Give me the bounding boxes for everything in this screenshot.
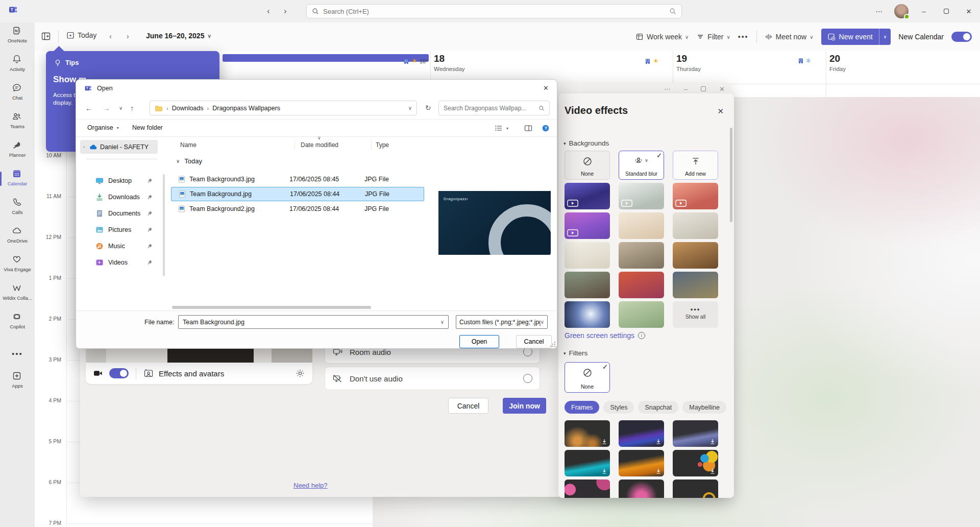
nav-item-videos[interactable]: Videos	[80, 256, 158, 269]
no-audio-option[interactable]: Don't use audio	[325, 367, 540, 390]
sidebar-item-apps[interactable]: Apps	[0, 371, 35, 389]
frame-thumbnail[interactable]	[565, 450, 610, 476]
up-icon[interactable]: ↑	[130, 104, 134, 112]
join-now-button[interactable]: Join now	[503, 398, 546, 414]
background-thumbnail[interactable]	[673, 242, 718, 269]
sidebar-item-calendar[interactable]: Calendar	[0, 169, 35, 186]
background-thumbnail[interactable]	[619, 301, 664, 328]
effects-avatars-label[interactable]: Effects and avatars	[159, 369, 224, 378]
next-week-icon[interactable]: ›	[127, 32, 129, 40]
close-button[interactable]: ✕	[958, 0, 980, 22]
view-mode-button[interactable]: ▾	[495, 124, 508, 132]
sidebar-item-chat[interactable]: Chat	[0, 83, 35, 101]
preview-pane-button[interactable]	[524, 124, 532, 132]
window-close-icon[interactable]: ✕	[719, 85, 725, 93]
file-row[interactable]: Team Background2.jpg 17/06/2025 08:44 JP…	[171, 202, 424, 216]
chevron-down-icon[interactable]: ∨	[645, 158, 648, 163]
file-name-combobox[interactable]: ∨	[178, 315, 449, 329]
background-thumbnail[interactable]	[565, 212, 610, 239]
recent-locations-icon[interactable]: ∨	[119, 105, 122, 111]
horizontal-scrollbar[interactable]	[172, 306, 371, 309]
new-event-dropdown[interactable]: ∨	[879, 29, 891, 45]
green-screen-settings-link[interactable]: Green screen settings i	[565, 331, 645, 340]
background-thumbnail[interactable]	[673, 183, 718, 209]
need-help-link[interactable]: Need help?	[293, 482, 328, 489]
day-header-friday[interactable]: 20 Friday	[829, 53, 846, 72]
sidebar-item-teams[interactable]: Teams	[0, 111, 35, 129]
day-header-thursday[interactable]: 19 Thursday	[676, 53, 701, 72]
nav-item-downloads[interactable]: Downloads	[80, 190, 158, 204]
info-icon[interactable]: i	[638, 332, 645, 339]
cancel-button[interactable]: Cancel	[516, 335, 552, 348]
history-forward-icon[interactable]: ›	[284, 6, 287, 16]
gear-icon[interactable]	[295, 368, 305, 378]
background-thumbnail[interactable]	[673, 272, 718, 298]
minimize-button[interactable]: –	[913, 0, 935, 22]
group-header-today[interactable]: ∨ Today	[176, 157, 202, 165]
expand-rail-icon[interactable]	[41, 31, 51, 41]
add-new-background-button[interactable]: Add new	[673, 151, 718, 180]
sidebar-item-calls[interactable]: Calls	[0, 197, 35, 215]
tab-styles[interactable]: Styles	[603, 401, 634, 414]
avatar[interactable]	[890, 0, 913, 22]
frame-thumbnail[interactable]	[565, 480, 610, 498]
frame-thumbnail[interactable]	[619, 450, 664, 476]
file-row-selected[interactable]: Team Background.jpg 17/06/2025 08:44 JPG…	[171, 187, 424, 201]
today-button[interactable]: Today	[66, 31, 96, 39]
titlebar-more-icon[interactable]: ⋯	[868, 0, 890, 22]
filter-none-button[interactable]: ✓ None	[565, 362, 610, 393]
search-input[interactable]	[323, 8, 665, 15]
file-type-dropdown[interactable]: Custom files (*.png;*.jpeg;*.jpg ∨	[456, 315, 548, 329]
history-back-icon[interactable]: ‹	[267, 6, 270, 16]
all-day-event-bar[interactable]	[223, 54, 429, 62]
sidebar-more-button[interactable]: •••	[0, 349, 35, 358]
meet-now-button[interactable]: Meet now∨	[765, 33, 814, 41]
column-header-date[interactable]: Date modified	[301, 141, 338, 149]
sidebar-item-planner[interactable]: Planner	[0, 140, 35, 158]
nav-onedrive-root[interactable]: › Daniel - SAFETY	[80, 140, 158, 154]
open-button[interactable]: Open	[459, 335, 499, 348]
help-icon[interactable]: ?	[542, 124, 550, 132]
panel-scrollbar[interactable]	[730, 128, 732, 222]
forward-icon[interactable]: →	[103, 104, 110, 112]
sidebar-item-onenote[interactable]: N OneNote	[0, 26, 35, 43]
background-thumbnail[interactable]	[565, 301, 610, 328]
breadcrumb-dropdown-icon[interactable]: ∨	[408, 105, 412, 111]
section-collapse-icon[interactable]: ▾	[564, 351, 566, 356]
panel-close-icon[interactable]: ✕	[717, 107, 724, 116]
background-thumbnail[interactable]	[565, 272, 610, 298]
breadcrumb[interactable]: › Downloads › Dragonpass Wallpapers ∨	[150, 101, 417, 115]
breadcrumb-folder[interactable]: Dragonpass Wallpapers	[212, 105, 280, 112]
background-thumbnail[interactable]	[619, 272, 664, 298]
search-box[interactable]	[306, 4, 682, 18]
new-folder-button[interactable]: New folder	[132, 124, 163, 131]
frame-thumbnail[interactable]	[619, 480, 664, 498]
window-more-icon[interactable]: ⋯	[664, 85, 671, 93]
sidebar-item-copilot[interactable]: Copilot	[0, 312, 35, 329]
view-switcher-work-week[interactable]: Work week∨	[635, 33, 689, 41]
window-minimize-icon[interactable]: –	[684, 85, 688, 93]
dialog-search-input[interactable]	[444, 105, 538, 112]
nav-scrollbar[interactable]	[163, 174, 165, 276]
resize-grip[interactable]	[550, 342, 555, 347]
search-options-icon[interactable]	[669, 8, 676, 15]
file-row[interactable]: Team Background3.jpg 17/06/2025 08:45 JP…	[171, 172, 424, 186]
nav-item-documents[interactable]: Documents	[80, 207, 158, 220]
frame-thumbnail[interactable]	[673, 450, 718, 476]
standard-blur-button[interactable]: ✓ ∨ Standard blur	[619, 151, 664, 180]
nav-item-pictures[interactable]: Pictures	[80, 223, 158, 236]
background-thumbnail[interactable]	[565, 183, 610, 209]
background-thumbnail[interactable]	[619, 212, 664, 239]
nav-item-music[interactable]: Music	[80, 239, 158, 253]
frame-thumbnail[interactable]	[673, 420, 718, 447]
meeting-cancel-button[interactable]: Cancel	[448, 398, 488, 414]
organise-menu[interactable]: Organise▾	[87, 124, 119, 131]
filter-button[interactable]: Filter∨	[696, 33, 730, 41]
breadcrumb-downloads[interactable]: Downloads	[172, 105, 204, 112]
group-collapse-icon[interactable]: ∨	[176, 158, 180, 164]
column-header-name[interactable]: Name	[180, 141, 197, 149]
new-event-button[interactable]: New event ∨	[821, 29, 891, 45]
combobox-dropdown-icon[interactable]: ∨	[440, 319, 444, 325]
frame-thumbnail[interactable]	[565, 420, 610, 447]
back-icon[interactable]: ←	[85, 104, 93, 112]
